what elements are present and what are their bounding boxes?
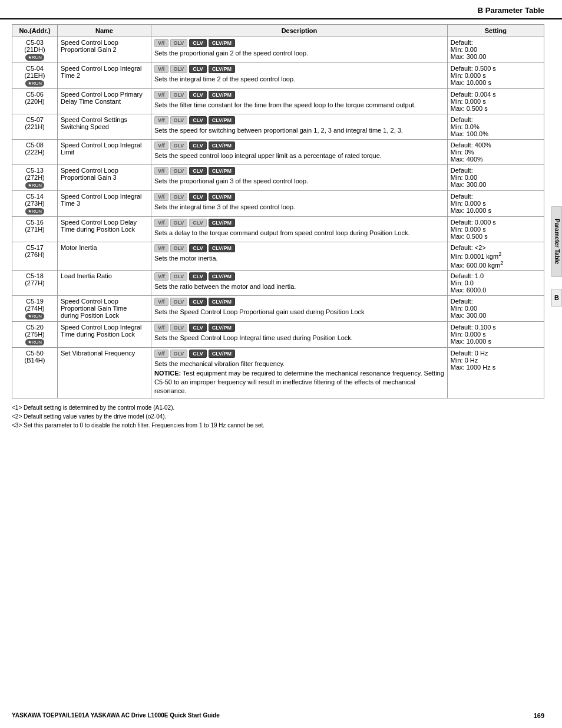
col-header-desc: Description xyxy=(151,25,448,37)
mode-tag-clv: CLV xyxy=(189,167,206,175)
addr-container: C5-03(21DH)★RUN xyxy=(15,39,54,61)
addr-text: C5-03(21DH) xyxy=(24,39,45,53)
mode-tags: V/fOLVCLVCLV/PM xyxy=(154,350,444,358)
mode-tag-clvpm: CLV/PM xyxy=(209,116,235,124)
cell-desc: V/fOLVCLVCLV/PMSets the speed for switch… xyxy=(151,114,448,140)
cell-name: Load Inertia Ratio xyxy=(57,271,151,296)
mode-tags: V/fOLVCLVCLV/PM xyxy=(154,298,444,306)
mode-tags: V/fOLVCLVCLV/PM xyxy=(154,65,444,73)
addr-container: C5-50(B14H) xyxy=(15,350,54,364)
mode-tag-olv: OLV xyxy=(170,65,188,73)
mode-tag-vf: V/f xyxy=(154,39,168,47)
desc-text: Sets the motor inertia. xyxy=(154,254,444,263)
addr-container: C5-08(222H) xyxy=(15,141,54,156)
footnotes: <1> Default setting is determined by the… xyxy=(12,403,544,430)
cell-addr: C5-16(271H) xyxy=(12,217,58,242)
mode-tag-clvpm: CLV/PM xyxy=(209,65,235,73)
mode-tag-olv: OLV xyxy=(170,167,188,175)
table-row: C5-20(275H)★RUNSpeed Control Loop Integr… xyxy=(12,322,544,348)
table-row: C5-50(B14H)Set Vibrational FrequencyV/fO… xyxy=(12,348,544,398)
desc-text: Sets the ratio between the motor and loa… xyxy=(154,282,444,291)
addr-text: C5-08(222H) xyxy=(25,141,45,156)
cell-name: Speed Control LoopProportional Gain 2 xyxy=(57,37,151,63)
cell-desc: V/fOLVCLVCLV/PMSets the proportional gai… xyxy=(151,37,448,63)
cell-name: Speed Control Loop DelayTime during Posi… xyxy=(57,217,151,242)
mode-tag-clv: CLV xyxy=(189,272,206,281)
mode-tags: V/fOLVCLVCLV/PM xyxy=(154,116,444,124)
mode-tag-clv: CLV xyxy=(189,141,206,150)
mode-tags: V/fOLVCLVCLV/PM xyxy=(154,91,444,99)
cell-setting: Default: Min: 0.000 sMax: 10.000 s xyxy=(447,191,544,217)
mode-tag-clvpm: CLV/PM xyxy=(209,298,235,306)
mode-tag-clvpm: CLV/PM xyxy=(209,141,235,150)
mode-tag-vf: V/f xyxy=(154,91,168,99)
cell-desc: V/fOLVCLVCLV/PMSets the motor inertia. xyxy=(151,242,448,271)
mode-tags: V/fOLVCLVCLV/PM xyxy=(154,167,444,175)
col-header-setting: Setting xyxy=(447,25,544,37)
mode-tag-vf: V/f xyxy=(154,298,168,306)
addr-text: C5-14(273H) xyxy=(25,193,45,207)
cell-setting: Default: 0 Hz Min: 0 HzMax: 1000 Hz s xyxy=(447,348,544,398)
col-header-addr: No.(Addr.) xyxy=(12,25,58,37)
cell-desc: V/fOLVCLVCLV/PMSets the Speed Control Lo… xyxy=(151,322,448,348)
desc-text: Sets the speed for switching between pro… xyxy=(154,126,444,135)
table-row: C5-16(271H)Speed Control Loop DelayTime … xyxy=(12,217,544,242)
footer-text: TOEPYAIL1E01A YASKAWA AC Drive L1000E Qu… xyxy=(41,712,219,719)
page-footer: YASKAWA TOEPYAIL1E01A YASKAWA AC Drive L… xyxy=(12,712,544,719)
cell-setting: Default: 1.0Min: 0.0Max: 6000.0 xyxy=(447,271,544,296)
cell-setting: Default: 0.000 sMin: 0.000 sMax: 0.500 s xyxy=(447,217,544,242)
table-row: C5-13(272H)★RUNSpeed Control LoopProport… xyxy=(12,165,544,191)
mode-tags: V/fOLVCLVCLV/PM xyxy=(154,141,444,150)
mode-tag-olv: OLV xyxy=(170,244,188,252)
mode-tag-clvpm: CLV/PM xyxy=(209,167,235,175)
addr-container: C5-16(271H) xyxy=(15,219,54,233)
cell-name: Speed Control Loop IntegralTime 3 xyxy=(57,191,151,217)
mode-tag-olv: OLV xyxy=(170,91,188,99)
cell-desc: V/fOLVCLVCLV/PMSets the filter time cons… xyxy=(151,89,448,114)
run-badge: ★RUN xyxy=(25,313,44,319)
cell-name: Speed Control Loop IntegralTime during P… xyxy=(57,322,151,348)
cell-desc: V/fOLVCLVCLV/PMSets the mechanical vibra… xyxy=(151,348,448,398)
mode-tag-clv: CLV xyxy=(189,219,206,227)
mode-tag-vf: V/f xyxy=(154,167,168,175)
addr-text: C5-16(271H) xyxy=(25,219,45,233)
addr-container: C5-13(272H)★RUN xyxy=(15,167,54,189)
addr-container: C5-17(276H) xyxy=(15,244,54,258)
cell-setting: Default: Min: 0.0%Max: 100.0% xyxy=(447,114,544,140)
addr-container: C5-06(220H) xyxy=(15,91,54,105)
table-row: C5-17(276H)Motor InertiaV/fOLVCLVCLV/PMS… xyxy=(12,242,544,271)
cell-name: Speed Control LoopProportional Gain Time… xyxy=(57,296,151,322)
desc-text: Sets the proportional gain 3 of the spee… xyxy=(154,177,444,186)
mode-tag-vf: V/f xyxy=(154,65,168,73)
mode-tag-olv: OLV xyxy=(170,193,188,201)
desc-text: Sets the Speed Control Loop Proportional… xyxy=(154,308,444,317)
mode-tag-clv: CLV xyxy=(189,91,206,99)
addr-text: C5-17(276H) xyxy=(25,244,45,258)
parameter-table: No.(Addr.) Name Description Setting C5-0… xyxy=(12,24,544,398)
addr-text: C5-18(277H) xyxy=(25,272,45,286)
mode-tag-clvpm: CLV/PM xyxy=(209,272,235,281)
footnote: <3> Set this parameter to 0 to disable t… xyxy=(12,421,544,430)
table-row: C5-19(274H)★RUNSpeed Control LoopProport… xyxy=(12,296,544,322)
cell-setting: Default: Min: 0.00Max: 300.00 xyxy=(447,37,544,63)
cell-desc: V/fOLVCLVCLV/PMSets the integral time 2 … xyxy=(151,63,448,89)
cell-setting: Default: <2>Min: 0.0001 kgm2Max: 600.00 … xyxy=(447,242,544,271)
cell-name: Speed Control Loop IntegralLimit xyxy=(57,140,151,165)
cell-name: Set Vibrational Frequency xyxy=(57,348,151,398)
desc-text: Sets a delay to the torque command outpu… xyxy=(154,229,444,238)
mode-tag-clv: CLV xyxy=(189,193,206,201)
header-title: B Parameter Table xyxy=(478,6,544,15)
cell-addr: C5-18(277H) xyxy=(12,271,58,296)
sidebar-tab: Parameter Table xyxy=(551,206,562,277)
mode-tag-olv: OLV xyxy=(170,324,188,332)
mode-tag-clvpm: CLV/PM xyxy=(209,91,235,99)
mode-tag-clv: CLV xyxy=(189,350,206,358)
col-header-name: Name xyxy=(57,25,151,37)
mode-tag-clvpm: CLV/PM xyxy=(209,244,235,252)
table-row: C5-07(221H)Speed Control SettingsSwitchi… xyxy=(12,114,544,140)
table-row: C5-06(220H)Speed Control Loop PrimaryDel… xyxy=(12,89,544,114)
cell-desc: V/fOLVCLVCLV/PMSets the ratio between th… xyxy=(151,271,448,296)
mode-tag-olv: OLV xyxy=(170,350,188,358)
cell-addr: C5-07(221H) xyxy=(12,114,58,140)
mode-tag-vf: V/f xyxy=(154,350,168,358)
